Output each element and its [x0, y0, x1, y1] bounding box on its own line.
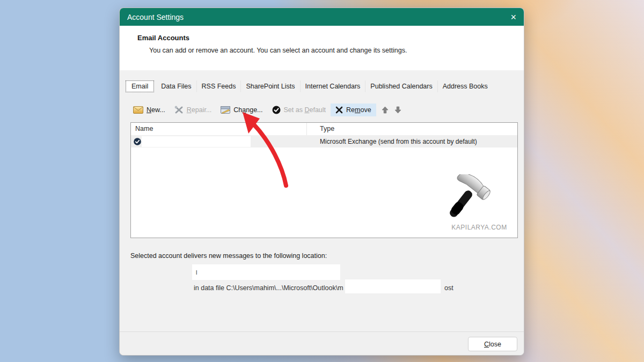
- arrow-down-icon: [394, 106, 401, 114]
- desktop-background: { "window": { "title": "Account Settings…: [0, 0, 644, 362]
- redacted-text-fragment: l: [196, 269, 197, 276]
- tab-rss-feeds[interactable]: RSS Feeds: [197, 80, 241, 92]
- redacted-mailbox-name: l: [192, 264, 340, 280]
- account-type-cell: Microsoft Exchange (send from this accou…: [320, 138, 477, 145]
- data-file-path-text: in data file C:\Users\mahim\...\Microsof…: [194, 284, 343, 292]
- redacted-account-name: [142, 136, 251, 147]
- account-row[interactable]: Microsoft Exchange (send from this accou…: [131, 136, 517, 147]
- tab-sharepoint-lists[interactable]: SharePoint Lists: [241, 80, 300, 92]
- tab-published-calendars[interactable]: Published Calendars: [365, 80, 437, 92]
- new-button[interactable]: New...: [133, 106, 165, 114]
- account-card-icon: [221, 106, 230, 114]
- column-header-name[interactable]: Name: [131, 123, 307, 135]
- dialog-header: Email Accounts You can add or remove an …: [120, 26, 524, 70]
- dialog-body: Email Data Files RSS Feeds SharePoint Li…: [120, 70, 524, 331]
- column-header-type[interactable]: Type: [307, 123, 334, 135]
- data-file-extension-text: ost: [444, 284, 453, 292]
- tab-strip: Email Data Files RSS Feeds SharePoint Li…: [126, 80, 493, 92]
- page-title: Email Accounts: [137, 34, 524, 42]
- close-button[interactable]: Close: [468, 337, 517, 351]
- default-account-check-icon: [134, 138, 141, 145]
- account-settings-dialog: Account Settings × Email Accounts You ca…: [119, 8, 524, 356]
- arrow-up-icon: [382, 106, 389, 114]
- accounts-list-header: Name Type: [131, 123, 517, 136]
- tab-data-files[interactable]: Data Files: [156, 80, 196, 92]
- set-as-default-button[interactable]: Set as Default: [272, 106, 326, 114]
- redacted-file-name: [345, 279, 441, 293]
- move-up-button[interactable]: [382, 106, 389, 114]
- tab-email[interactable]: Email: [126, 80, 154, 92]
- watermark: KAPILARYA.COM: [442, 174, 516, 231]
- repair-button[interactable]: Repair...: [174, 106, 212, 114]
- window-title: Account Settings: [127, 13, 184, 21]
- remove-button[interactable]: Remove: [331, 104, 376, 116]
- x-mark-icon: [335, 106, 343, 114]
- tab-internet-calendars[interactable]: Internet Calendars: [301, 80, 366, 92]
- crossed-tools-icon: [174, 106, 184, 114]
- title-bar: Account Settings ×: [120, 8, 524, 26]
- page-description: You can add or remove an account. You ca…: [149, 47, 524, 54]
- change-button[interactable]: Change...: [221, 106, 262, 114]
- dialog-footer: Close: [120, 331, 524, 356]
- watermark-text: KAPILARYA.COM: [442, 224, 516, 231]
- tab-address-books[interactable]: Address Books: [438, 80, 493, 92]
- close-icon[interactable]: ×: [510, 12, 516, 22]
- move-down-button[interactable]: [394, 106, 401, 114]
- accounts-list: Name Type Microsoft Exchange (send from …: [130, 122, 518, 238]
- delivery-location-label: Selected account delivers new messages t…: [130, 252, 327, 260]
- check-circle-icon: [272, 106, 281, 114]
- accounts-toolbar: New... Repair...: [133, 102, 407, 118]
- mail-envelope-icon: [133, 106, 143, 114]
- hammer-icon: [442, 174, 516, 223]
